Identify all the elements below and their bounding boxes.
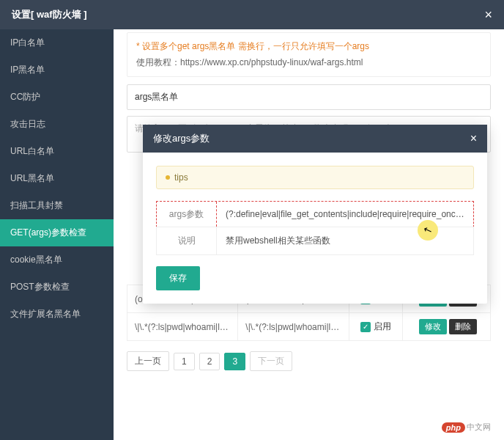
save-button[interactable]: 保存: [156, 266, 200, 290]
page-2-button[interactable]: 2: [199, 353, 220, 370]
sidebar-item-ip-whitelist[interactable]: IP白名单: [0, 29, 114, 56]
check-icon: ✓: [360, 322, 371, 332]
next-page-button: 下一页: [250, 351, 292, 371]
sidebar-item-cookie-blacklist[interactable]: cookie黑名单: [0, 246, 114, 274]
form-row-args: args参数 (?:define|eval|file_get_contents|…: [156, 201, 474, 227]
notice-line-1: * 设置多个get args黑名单 需换行，一行只允许填写一个args: [136, 39, 481, 55]
dialog-header: 设置[ waf防火墙 ] ×: [0, 0, 504, 29]
form-label-args: args参数: [157, 202, 217, 227]
watermark-pill: php: [442, 422, 465, 433]
tip-dot-icon: [166, 175, 170, 180]
sidebar-item-post-args[interactable]: POST参数检查: [0, 274, 114, 301]
delete-button[interactable]: 删除: [449, 319, 477, 334]
enable-checkbox[interactable]: ✓启用: [360, 320, 391, 333]
notice: * 设置多个get args黑名单 需换行，一行只允许填写一个args 使用教程…: [127, 32, 491, 77]
sidebar-item-ip-blacklist[interactable]: IP黑名单: [0, 56, 114, 84]
cell-enable: ✓启用: [349, 313, 402, 341]
cell-actions: 修改删除: [403, 313, 491, 341]
sidebar-item-cc[interactable]: CC防护: [0, 84, 114, 111]
tips-box: tips: [156, 166, 474, 189]
modal-title: 修改args参数: [153, 132, 210, 145]
modal-header: 修改args参数 ×: [143, 125, 487, 153]
sidebar-item-attack-log[interactable]: 攻击日志: [0, 111, 114, 138]
watermark-text: 中文网: [467, 422, 491, 433]
name-input[interactable]: args黑名单: [127, 84, 491, 110]
sidebar: IP白名单 IP黑名单 CC防护 攻击日志 URL白名单 URL黑名单 扫描工具…: [0, 29, 114, 440]
page-3-button[interactable]: 3: [224, 353, 245, 370]
edit-button[interactable]: 修改: [419, 319, 447, 334]
sidebar-item-url-blacklist[interactable]: URL黑名单: [0, 165, 114, 192]
watermark: php 中文网: [442, 422, 491, 433]
page-1-button[interactable]: 1: [174, 353, 195, 370]
cell-regex: \|\.*(?:ls|pwd|whoami|ll|ifc...: [127, 313, 238, 341]
dialog-title: 设置[ waf防火墙 ]: [12, 8, 87, 21]
edit-modal: 修改args参数 × tips args参数 (?:define|eval|fi…: [143, 125, 487, 304]
form-label-desc: 说明: [157, 227, 217, 254]
args-input[interactable]: (?:define|eval|file_get_contents|include…: [217, 202, 473, 227]
pagination: 上一页 1 2 3 下一页: [127, 351, 491, 371]
cell-desc: \|\.*(?:ls|pwd|whoami|ll|ifc...: [238, 313, 349, 341]
prev-page-button[interactable]: 上一页: [127, 351, 169, 371]
form-row-desc: 说明 禁用webshell相关某些函数: [156, 227, 474, 255]
sidebar-item-scan-block[interactable]: 扫描工具封禁: [0, 192, 114, 219]
notice-line-2: 使用教程：https://www.xp.cn/phpstudy-linux/wa…: [136, 55, 481, 71]
close-icon[interactable]: ×: [484, 7, 492, 23]
close-icon[interactable]: ×: [470, 132, 477, 145]
modal-body: tips args参数 (?:define|eval|file_get_cont…: [143, 153, 487, 304]
tutorial-link[interactable]: https://www.xp.cn/phpstudy-linux/waf-arg…: [180, 57, 363, 67]
desc-input[interactable]: 禁用webshell相关某些函数: [217, 227, 473, 254]
sidebar-item-ext-blacklist[interactable]: 文件扩展名黑名单: [0, 301, 114, 328]
tips-text: tips: [174, 172, 188, 183]
sidebar-item-get-args[interactable]: GET(args)参数检查: [0, 219, 114, 246]
sidebar-item-url-whitelist[interactable]: URL白名单: [0, 138, 114, 165]
table-row: \|\.*(?:ls|pwd|whoami|ll|ifc... \|\.*(?:…: [127, 313, 491, 341]
